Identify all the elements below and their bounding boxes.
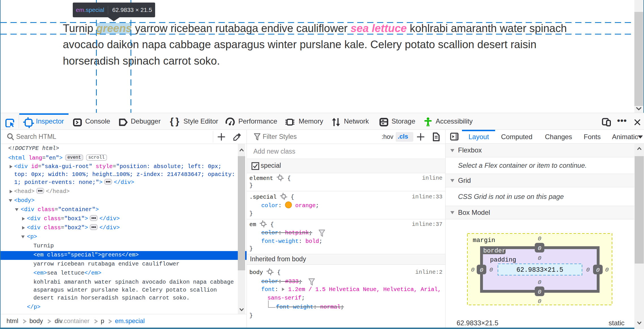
svg-text:margin: margin [473, 237, 495, 244]
svg-text:padding: padding [490, 256, 516, 264]
svg-text:0: 0 [538, 245, 542, 252]
svg-text:0: 0 [538, 289, 542, 295]
svg-text:0: 0 [480, 267, 483, 273]
svg-text:0: 0 [538, 298, 542, 305]
svg-text:0: 0 [471, 267, 475, 273]
svg-text:0: 0 [538, 279, 542, 286]
svg-text:0: 0 [538, 255, 542, 262]
svg-text:0: 0 [586, 267, 590, 273]
svg-text:0: 0 [605, 267, 609, 273]
svg-text:0: 0 [538, 235, 542, 242]
svg-text:border: border [483, 247, 506, 254]
svg-text:0: 0 [596, 267, 600, 273]
svg-text:0: 0 [489, 267, 493, 273]
svg-text:62.9833×21.5: 62.9833×21.5 [516, 266, 563, 274]
